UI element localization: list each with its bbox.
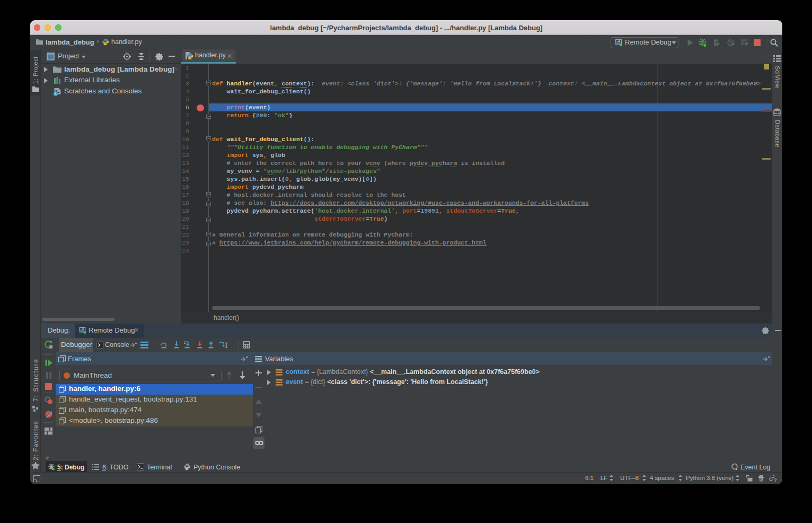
svg-text:?: ? [774, 477, 777, 482]
